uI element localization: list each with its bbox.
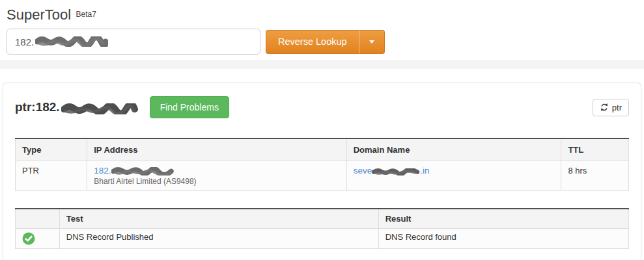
table-row: PTR 182. Bharti Airtel Limited (AS9498) … — [16, 161, 629, 191]
record-type-cell: PTR — [16, 161, 87, 191]
search-input[interactable]: 182. — [7, 29, 260, 55]
col-header-ttl: TTL — [561, 138, 629, 161]
col-header-domain-name: Domain Name — [346, 138, 561, 161]
test-result-cell: DNS Record found — [378, 229, 628, 249]
record-table-header-row: Type IP Address Domain Name TTL — [16, 138, 629, 161]
domain-prefix: seve — [354, 166, 372, 176]
refresh-button-label: ptr — [612, 103, 622, 112]
search-input-value: 182. — [15, 36, 34, 47]
pass-status-icon — [22, 232, 35, 245]
reverse-lookup-button[interactable]: Reverse Lookup — [266, 30, 359, 54]
ip-address-link[interactable]: 182. — [94, 166, 111, 176]
lookup-dropdown-button[interactable] — [359, 30, 385, 54]
record-ttl-cell: 8 hrs — [561, 161, 629, 191]
record-ip-cell: 182. Bharti Airtel Limited (AS9498) — [87, 161, 346, 191]
redacted-text — [61, 103, 138, 114]
results-panel: ptr:182. Find Problems ptr Type IP Addre… — [3, 83, 641, 260]
redacted-text — [372, 168, 420, 176]
refresh-ptr-button[interactable]: ptr — [593, 99, 629, 116]
table-row: DNS Record Published DNS Record found — [16, 229, 629, 249]
redacted-text — [111, 167, 174, 176]
ip-owner-label: Bharti Airtel Limited (AS9498) — [94, 177, 339, 186]
beta-badge: Beta7 — [76, 10, 96, 19]
test-status-cell — [16, 229, 60, 249]
divider-band — [0, 60, 644, 69]
refresh-icon — [600, 103, 609, 112]
col-header-status — [16, 209, 60, 229]
domain-name-link[interactable]: seve .in — [354, 166, 430, 176]
lookup-button-group: Reverse Lookup — [266, 29, 385, 55]
domain-suffix: .in — [420, 166, 429, 176]
chevron-down-icon — [369, 40, 374, 44]
col-header-type: Type — [16, 138, 87, 161]
redacted-text — [35, 36, 108, 47]
record-table: Type IP Address Domain Name TTL PTR 182. — [15, 138, 629, 191]
test-table-header-row: Test Result — [16, 209, 629, 229]
col-header-result: Result — [378, 209, 628, 229]
top-area: SuperTool Beta7 182. Reverse Lookup — [0, 0, 644, 55]
result-heading-row: ptr:182. Find Problems ptr — [15, 96, 629, 118]
search-row: 182. Reverse Lookup — [7, 29, 644, 55]
brand-line: SuperTool Beta7 — [7, 6, 644, 25]
app-title: SuperTool — [7, 6, 71, 23]
ptr-heading-text: ptr:182. — [15, 100, 60, 114]
test-table: Test Result DNS Record Published DNS Rec… — [15, 208, 629, 249]
ptr-query-heading: ptr:182. — [15, 100, 138, 114]
col-header-ip-address: IP Address — [87, 138, 346, 161]
col-header-test: Test — [59, 209, 378, 229]
test-name-cell: DNS Record Published — [59, 229, 378, 249]
find-problems-button[interactable]: Find Problems — [150, 96, 229, 118]
record-domain-cell: seve .in — [346, 161, 561, 191]
